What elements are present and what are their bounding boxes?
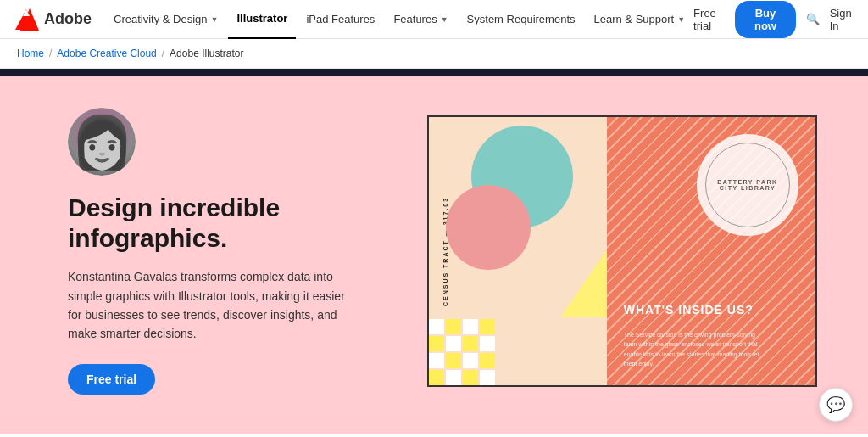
hero-section: Design incredible infographics. Konstant… (0, 69, 868, 434)
hero-avatar (68, 108, 136, 176)
chevron-icon: ▼ (677, 15, 685, 24)
hero-infographic: CENSUS TRACT — 317.03 (427, 115, 817, 387)
search-icon[interactable]: 🔍 (806, 13, 820, 25)
adobe-logo-icon (14, 7, 39, 32)
nav-learn-support[interactable]: Learn & Support ▼ (586, 0, 694, 39)
nav-ipad-features[interactable]: iPad Features (298, 0, 383, 39)
buy-now-button[interactable]: Buy now (735, 1, 795, 38)
nav-creativity-design[interactable]: Creativity & Design ▼ (105, 0, 226, 39)
breadcrumb: Home / Adobe Creative Cloud / Adobe Illu… (0, 39, 868, 69)
sign-in-link[interactable]: Sign In (830, 7, 854, 32)
nav-links: Creativity & Design ▼ Illustrator iPad F… (105, 0, 693, 39)
infographic-left-panel: CENSUS TRACT — 317.03 (429, 117, 607, 385)
nav-features[interactable]: Features ▼ (385, 0, 456, 39)
navbar: Adobe Creativity & Design ▼ Illustrator … (0, 0, 868, 39)
breadcrumb-sep-1: / (49, 48, 52, 59)
chat-icon: 💬 (826, 395, 845, 414)
avatar-image (68, 108, 136, 176)
adobe-logo[interactable]: Adobe (14, 7, 92, 32)
nav-illustrator[interactable]: Illustrator (228, 0, 296, 39)
shape-yellow-triangle (560, 249, 607, 317)
nav-right: Free trial Buy now 🔍 Sign In (693, 1, 854, 38)
chat-bubble-button[interactable]: 💬 (819, 388, 853, 422)
hero-heading: Design incredible infographics. (68, 193, 356, 254)
breadcrumb-sep-2: / (162, 48, 164, 59)
hero-free-trial-button[interactable]: Free trial (68, 364, 155, 395)
breadcrumb-home[interactable]: Home (17, 48, 44, 59)
hero-content: Design incredible infographics. Konstant… (68, 108, 356, 395)
logo-text: Adobe (44, 10, 92, 28)
nav-system-requirements[interactable]: System Requirements (459, 0, 584, 39)
infographic-wrapper: CENSUS TRACT — 317.03 (427, 115, 817, 387)
circle-badge: BATTERY PARK CITY LIBRARY (697, 134, 798, 236)
what-inside-body: The Service division is the driving prob… (624, 330, 760, 368)
chevron-icon: ▼ (211, 15, 219, 24)
shape-checkerboard (429, 319, 495, 385)
chevron-icon: ▼ (441, 15, 448, 24)
free-trial-link[interactable]: Free trial (693, 7, 725, 32)
badge-text: BATTERY PARK CITY LIBRARY (715, 179, 781, 191)
breadcrumb-current: Adobe Illustrator (170, 48, 243, 59)
hero-body: Konstantina Gavalas transforms complex d… (68, 267, 356, 344)
breadcrumb-creative-cloud[interactable]: Adobe Creative Cloud (57, 48, 156, 59)
what-inside-title: WHAT'S INSIDE US? (624, 302, 754, 317)
infographic-right-panel: BATTERY PARK CITY LIBRARY WHAT'S INSIDE … (607, 117, 815, 385)
shape-pink-circle (446, 185, 531, 270)
